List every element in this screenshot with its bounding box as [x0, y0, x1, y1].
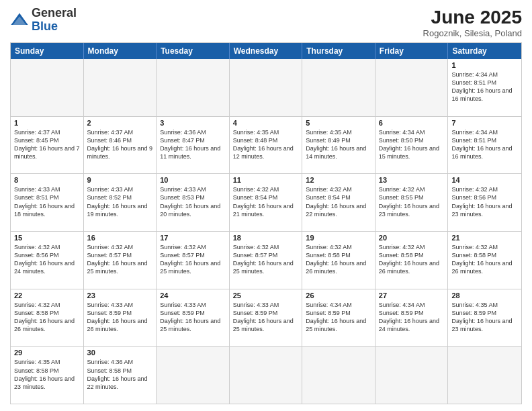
calendar-cell: 7Sunrise: 4:34 AMSunset: 8:51 PMDaylight…: [448, 117, 521, 174]
day-number: 4: [233, 119, 299, 127]
calendar-cell: [230, 59, 303, 116]
cell-info: Sunrise: 4:32 AMSunset: 8:58 PMDaylight:…: [306, 243, 371, 276]
cell-info: Sunrise: 4:34 AMSunset: 8:59 PMDaylight:…: [379, 301, 445, 334]
logo-blue: Blue: [32, 19, 58, 33]
cell-info: Sunrise: 4:36 AMSunset: 8:47 PMDaylight:…: [160, 128, 226, 161]
header-day-monday: Monday: [84, 43, 157, 59]
calendar-cell: [302, 347, 375, 404]
cell-info: Sunrise: 4:32 AMSunset: 8:54 PMDaylight:…: [233, 185, 299, 218]
calendar-cell: 12Sunrise: 4:32 AMSunset: 8:54 PMDayligh…: [302, 174, 375, 231]
calendar-cell: [84, 59, 157, 116]
calendar-cell: 24Sunrise: 4:33 AMSunset: 8:59 PMDayligh…: [157, 289, 230, 347]
logo-icon: [10, 11, 29, 30]
cell-info: Sunrise: 4:35 AMSunset: 8:59 PMDaylight:…: [451, 301, 518, 334]
cell-info: Sunrise: 4:35 AMSunset: 8:58 PMDaylight:…: [14, 358, 80, 391]
calendar-header: SundayMondayTuesdayWednesdayThursdayFrid…: [11, 43, 521, 59]
calendar-cell: 2Sunrise: 4:37 AMSunset: 8:46 PMDaylight…: [84, 117, 157, 174]
day-number: 11: [233, 176, 299, 184]
cell-info: Sunrise: 4:32 AMSunset: 8:57 PMDaylight:…: [160, 243, 226, 276]
day-number: 1: [451, 61, 518, 69]
day-number: 21: [451, 234, 518, 242]
calendar-cell: 28Sunrise: 4:35 AMSunset: 8:59 PMDayligh…: [448, 289, 521, 347]
logo: General Blue: [10, 7, 77, 34]
calendar-cell: 14Sunrise: 4:32 AMSunset: 8:56 PMDayligh…: [448, 174, 521, 231]
calendar-week-6: 29Sunrise: 4:35 AMSunset: 8:58 PMDayligh…: [11, 346, 521, 404]
calendar-week-5: 22Sunrise: 4:32 AMSunset: 8:58 PMDayligh…: [11, 289, 521, 347]
day-number: 29: [14, 349, 80, 357]
calendar-cell: 1Sunrise: 4:37 AMSunset: 8:45 PMDaylight…: [11, 117, 84, 174]
calendar-week-3: 8Sunrise: 4:33 AMSunset: 8:51 PMDaylight…: [11, 173, 521, 231]
calendar-cell: 9Sunrise: 4:33 AMSunset: 8:52 PMDaylight…: [84, 174, 157, 231]
cell-info: Sunrise: 4:34 AMSunset: 8:50 PMDaylight:…: [379, 128, 445, 161]
day-number: 23: [87, 291, 153, 300]
cell-info: Sunrise: 4:34 AMSunset: 8:51 PMDaylight:…: [451, 71, 518, 103]
calendar-cell: [157, 347, 230, 404]
calendar-cell: 30Sunrise: 4:36 AMSunset: 8:58 PMDayligh…: [84, 347, 157, 404]
cell-info: Sunrise: 4:33 AMSunset: 8:59 PMDaylight:…: [87, 301, 153, 334]
calendar-week-4: 15Sunrise: 4:32 AMSunset: 8:56 PMDayligh…: [11, 231, 521, 289]
calendar-cell: 13Sunrise: 4:32 AMSunset: 8:55 PMDayligh…: [375, 174, 449, 231]
cell-info: Sunrise: 4:32 AMSunset: 8:56 PMDaylight:…: [14, 243, 80, 276]
calendar-cell: [375, 59, 449, 116]
calendar-cell: [302, 59, 375, 116]
calendar-cell: 20Sunrise: 4:32 AMSunset: 8:58 PMDayligh…: [375, 232, 449, 289]
calendar-cell: 18Sunrise: 4:32 AMSunset: 8:57 PMDayligh…: [230, 232, 303, 289]
calendar-cell: [375, 347, 449, 404]
day-number: 30: [87, 349, 153, 357]
day-number: 1: [14, 119, 80, 127]
cell-info: Sunrise: 4:32 AMSunset: 8:57 PMDaylight:…: [87, 243, 153, 276]
day-number: 17: [160, 234, 226, 242]
calendar-body: 1Sunrise: 4:34 AMSunset: 8:51 PMDaylight…: [11, 59, 521, 404]
header-day-tuesday: Tuesday: [157, 43, 230, 59]
calendar-cell: 11Sunrise: 4:32 AMSunset: 8:54 PMDayligh…: [230, 174, 303, 231]
day-number: 25: [233, 291, 299, 300]
calendar-cell: [230, 347, 303, 404]
calendar-cell: 26Sunrise: 4:34 AMSunset: 8:59 PMDayligh…: [302, 289, 375, 347]
day-number: 13: [379, 176, 445, 184]
logo-general: General: [32, 6, 77, 19]
cell-info: Sunrise: 4:32 AMSunset: 8:58 PMDaylight:…: [379, 243, 445, 276]
day-number: 8: [14, 176, 80, 184]
calendar-week-1: 1Sunrise: 4:34 AMSunset: 8:51 PMDaylight…: [11, 59, 521, 116]
day-number: 26: [306, 291, 371, 300]
calendar-cell: 3Sunrise: 4:36 AMSunset: 8:47 PMDaylight…: [157, 117, 230, 174]
header: General Blue June 2025 Rogoznik, Silesia…: [10, 7, 522, 38]
day-number: 28: [451, 291, 518, 300]
cell-info: Sunrise: 4:34 AMSunset: 8:51 PMDaylight:…: [451, 128, 518, 161]
calendar-cell: 21Sunrise: 4:32 AMSunset: 8:58 PMDayligh…: [448, 232, 521, 289]
calendar-cell: 17Sunrise: 4:32 AMSunset: 8:57 PMDayligh…: [157, 232, 230, 289]
day-number: 16: [87, 234, 153, 242]
calendar-cell: 22Sunrise: 4:32 AMSunset: 8:58 PMDayligh…: [11, 289, 84, 347]
calendar-cell: [448, 347, 521, 404]
calendar-cell: [157, 59, 230, 116]
day-number: 22: [14, 291, 80, 300]
calendar-week-2: 1Sunrise: 4:37 AMSunset: 8:45 PMDaylight…: [11, 116, 521, 174]
header-day-wednesday: Wednesday: [230, 43, 303, 59]
calendar-cell: 1Sunrise: 4:34 AMSunset: 8:51 PMDaylight…: [448, 59, 521, 116]
day-number: 18: [233, 234, 299, 242]
cell-info: Sunrise: 4:37 AMSunset: 8:45 PMDaylight:…: [14, 128, 80, 161]
cell-info: Sunrise: 4:33 AMSunset: 8:59 PMDaylight:…: [233, 301, 299, 334]
title-block: June 2025 Rogoznik, Silesia, Poland: [423, 7, 522, 38]
calendar: SundayMondayTuesdayWednesdayThursdayFrid…: [10, 42, 522, 404]
calendar-cell: 16Sunrise: 4:32 AMSunset: 8:57 PMDayligh…: [84, 232, 157, 289]
cell-info: Sunrise: 4:33 AMSunset: 8:52 PMDaylight:…: [87, 185, 153, 218]
cell-info: Sunrise: 4:35 AMSunset: 8:48 PMDaylight:…: [233, 128, 299, 161]
header-day-saturday: Saturday: [448, 43, 521, 59]
main-title: June 2025: [423, 7, 522, 28]
calendar-cell: 27Sunrise: 4:34 AMSunset: 8:59 PMDayligh…: [375, 289, 449, 347]
day-number: 5: [306, 119, 371, 127]
page: General Blue June 2025 Rogoznik, Silesia…: [0, 0, 532, 411]
cell-info: Sunrise: 4:32 AMSunset: 8:55 PMDaylight:…: [379, 185, 445, 218]
calendar-cell: [11, 59, 84, 116]
subtitle: Rogoznik, Silesia, Poland: [423, 28, 522, 38]
day-number: 2: [87, 119, 153, 127]
day-number: 24: [160, 291, 226, 300]
header-day-sunday: Sunday: [11, 43, 84, 59]
calendar-cell: 23Sunrise: 4:33 AMSunset: 8:59 PMDayligh…: [84, 289, 157, 347]
cell-info: Sunrise: 4:32 AMSunset: 8:58 PMDaylight:…: [451, 243, 518, 276]
calendar-cell: 19Sunrise: 4:32 AMSunset: 8:58 PMDayligh…: [302, 232, 375, 289]
day-number: 7: [451, 119, 518, 127]
header-day-friday: Friday: [375, 43, 449, 59]
day-number: 20: [379, 234, 445, 242]
